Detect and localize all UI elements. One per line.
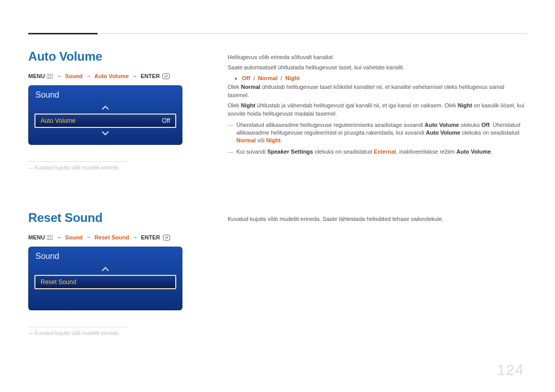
svg-rect-4: [47, 235, 53, 240]
svg-rect-3: [163, 74, 170, 79]
para-reset-desc: Kuvatud kujutis võib mudeliti erineda. S…: [228, 215, 527, 223]
footnote-2: Kuvatud kujutis võib mudeliti erineda.: [28, 330, 206, 336]
breadcrumb-enter-label: ENTER: [141, 73, 160, 79]
osd-selected-row-2[interactable]: Reset Sound: [34, 275, 176, 289]
para-night: Olek Night ühtlustab ja vähendab helitug…: [228, 102, 527, 118]
note-connected-source: ― Ühendatud allikaseadme helitugevuse re…: [228, 121, 527, 145]
osd-selected-row[interactable]: Auto Volume Off: [34, 114, 176, 128]
osd-panel-auto-volume: Sound Auto Volume Off: [28, 85, 182, 145]
breadcrumb-auto-volume-item: Auto Volume: [95, 73, 129, 79]
reset-sound-heading: Reset Sound: [28, 211, 206, 225]
osd-title: Sound: [33, 89, 177, 104]
note-speaker-settings: ― Kui suvandi Speaker Settings olekuks o…: [228, 148, 527, 156]
para-volume-varies: Helitugevus võib erineda sõltuvalt kanal…: [228, 53, 527, 62]
menu-grid-icon: [47, 74, 53, 79]
breadcrumb-reset-sound: MENU → Sound → Reset Sound → ENTER: [28, 234, 206, 240]
breadcrumb-reset-sound-item: Reset Sound: [95, 234, 129, 240]
breadcrumb-enter-label-2: ENTER: [141, 234, 160, 240]
footnote-1: Kuvatud kujutis võib mudeliti erineda.: [28, 165, 206, 171]
osd-up-arrow[interactable]: [33, 104, 177, 112]
option-off: Off: [242, 75, 250, 81]
options-bullet: Off / Normal / Night: [235, 75, 527, 81]
breadcrumb-menu-label: MENU: [28, 73, 45, 79]
osd-selected-label: Auto Volume: [41, 117, 76, 124]
page-number: 124: [497, 361, 524, 379]
breadcrumb-menu-label-2: MENU: [28, 234, 45, 240]
osd-selected-value: Off: [162, 117, 170, 124]
breadcrumb-auto-volume: MENU → Sound → Auto Volume → ENTER: [28, 73, 206, 79]
para-auto-equalize: Saate automaatselt ühtlustada helitugevu…: [228, 64, 527, 72]
footnote-rule-2: [28, 327, 128, 327]
bullet-icon: [235, 78, 237, 80]
osd-selected-label-2: Reset Sound: [41, 278, 76, 286]
breadcrumb-sound-2: Sound: [65, 234, 83, 240]
option-night: Night: [285, 75, 300, 81]
svg-rect-7: [163, 235, 170, 240]
para-normal: Olek Normal ühtlustab helitugevuse taset…: [228, 83, 527, 100]
osd-panel-reset-sound: Sound Reset Sound: [28, 247, 182, 310]
svg-rect-0: [47, 74, 53, 79]
osd-down-arrow[interactable]: [33, 129, 177, 138]
breadcrumb-sound: Sound: [65, 73, 83, 79]
auto-volume-heading: Auto Volume: [28, 49, 206, 64]
footnote-rule: [28, 161, 128, 162]
osd-title-2: Sound: [33, 251, 177, 265]
enter-icon: [163, 235, 170, 240]
menu-grid-icon: [47, 235, 53, 240]
option-normal: Normal: [258, 75, 278, 81]
osd-up-arrow-2[interactable]: [33, 265, 177, 273]
enter-icon: [162, 73, 170, 79]
